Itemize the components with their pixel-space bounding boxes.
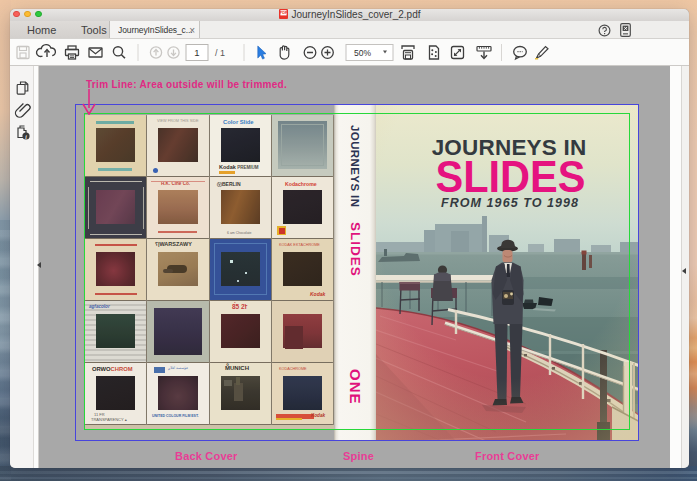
svg-text:/ 1: / 1 bbox=[215, 48, 225, 58]
svg-text:PDF: PDF bbox=[279, 10, 288, 15]
svg-text:50%: 50% bbox=[354, 48, 371, 58]
svg-text:1: 1 bbox=[194, 47, 199, 58]
